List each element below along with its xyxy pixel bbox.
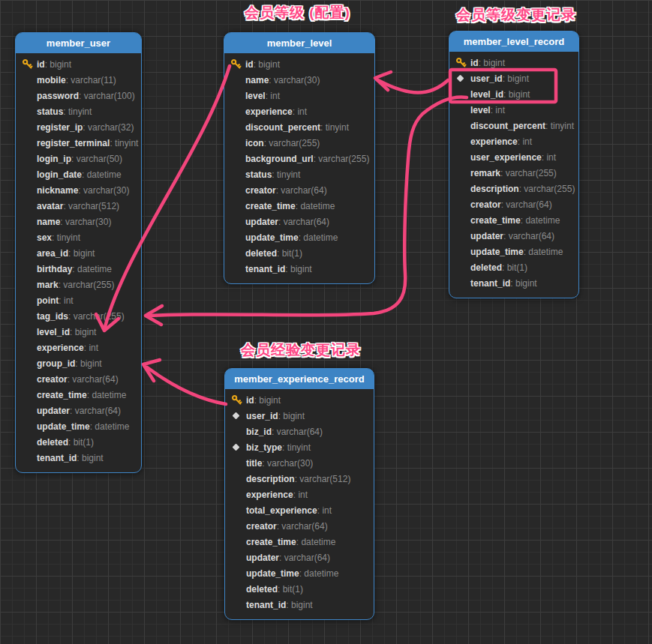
field-name: updater (470, 231, 503, 241)
field-name: area_id (37, 248, 68, 259)
field-type: : varchar(255) (314, 154, 370, 164)
field-type: : datetime (90, 421, 130, 432)
primary-key-icon (22, 58, 33, 70)
diagram-canvas[interactable]: 会员等级 (配置) 会员等级变更记录 会员经验变更记录 member_useri… (0, 0, 652, 644)
index-key-icon (233, 412, 240, 420)
field-name: create_time (245, 201, 296, 211)
field-type: : tinyint (52, 232, 80, 243)
table-title-member_level[interactable]: member_level (224, 33, 374, 53)
field-type: : datetime (82, 169, 122, 180)
primary-key-icon (230, 58, 242, 70)
field-name: create_time (470, 215, 521, 226)
table-title-member_user[interactable]: member_user (16, 33, 141, 53)
field-row-member_level-discount_percent: discount_percent: tinyint (230, 119, 371, 135)
table-card-member_experience_record[interactable]: member_experience_recordid: bigintuser_i… (224, 368, 374, 620)
table-body-member_level: id: bigintname: varchar(30)level: intexp… (224, 53, 374, 283)
table-body-member_level_record: id: bigintuser_id: bigintlevel_id: bigin… (449, 52, 578, 298)
field-type: : datetime (87, 390, 127, 400)
field-name: discount_percent (245, 122, 320, 133)
field-name: user_id (246, 411, 278, 421)
field-row-member_user-avatar: avatar: varchar(512) (22, 198, 138, 214)
field-type: : tinyint (63, 106, 92, 117)
field-name: sex (37, 232, 52, 243)
field-row-member_level_record-description: description: varchar(255) (455, 181, 575, 196)
field-row-member_user-deleted: deleted: bit(1) (22, 434, 138, 450)
field-type: : varchar(64) (277, 521, 328, 532)
index-key-icon (457, 75, 464, 82)
field-name: experience (246, 490, 293, 500)
field-row-member_user-register_terminal: register_terminal: tinyint (22, 135, 138, 151)
primary-key-icon (455, 57, 467, 68)
table-card-member_level_record[interactable]: member_level_recordid: bigintuser_id: bi… (449, 31, 579, 298)
table-title-member_level_record[interactable]: member_level_record (449, 31, 578, 52)
field-row-member_user-status: status: tinyint (22, 103, 138, 119)
field-name: mark (37, 280, 59, 290)
field-type: : datetime (299, 568, 339, 579)
field-name: create_time (37, 390, 87, 400)
field-type: : tinyint (545, 121, 574, 131)
field-name: point (37, 295, 59, 306)
field-row-member_experience_record-biz_type: biz_type: tinyint (231, 439, 371, 455)
arrowhead-level-record-to-member-user (146, 306, 162, 325)
field-type: : varchar(64) (501, 199, 552, 210)
field-row-member_level_record-updater: updater: varchar(64) (455, 228, 575, 244)
field-row-member_experience_record-updater: updater: varchar(64) (231, 550, 371, 565)
field-row-member_experience_record-deleted: deleted: bit(1) (231, 581, 371, 597)
field-row-member_experience_record-biz_id: biz_id: varchar(64) (231, 424, 371, 439)
field-name: register_ip (37, 122, 83, 133)
field-row-member_level-name: name: varchar(30) (230, 72, 371, 88)
field-name: level_id (37, 327, 70, 337)
field-type: : varchar(64) (70, 406, 121, 416)
field-row-member_experience_record-update_time: update_time: datetime (231, 565, 371, 581)
field-row-member_user-login_ip: login_ip: varchar(50) (22, 151, 138, 166)
field-type: : bigint (77, 453, 103, 463)
field-name: status (245, 169, 272, 180)
field-row-member_level_record-tenant_id: tenant_id: bigint (455, 275, 575, 291)
field-type: : varchar(255) (500, 168, 557, 178)
field-row-member_level-background_url: background_url: varchar(255) (230, 151, 371, 166)
field-name: avatar (37, 201, 63, 211)
annotation-member-level-title: 会员等级 (配置) (245, 3, 350, 22)
annotation-level-record-title: 会员等级变更记录 (456, 5, 576, 25)
field-name: experience (470, 136, 518, 147)
field-row-member_level_record-create_time: create_time: datetime (455, 212, 575, 228)
field-type: : varchar(30) (262, 458, 313, 469)
field-type: : datetime (296, 537, 336, 547)
field-row-member_level_record-level_id: level_id: bigint (455, 86, 575, 102)
field-type: : varchar(50) (71, 154, 122, 164)
table-title-member_experience_record[interactable]: member_experience_record (225, 369, 374, 389)
field-row-member_user-register_ip: register_ip: varchar(32) (22, 119, 138, 135)
field-type: : bigint (45, 59, 71, 70)
table-card-member_user[interactable]: member_userid: bigintmobile: varchar(11)… (15, 32, 142, 473)
field-name: background_url (245, 154, 314, 164)
field-type: : bigint (75, 358, 101, 369)
field-name: level (470, 105, 491, 115)
field-row-member_user-update_time: update_time: datetime (22, 418, 138, 434)
field-name: mobile (37, 75, 66, 85)
field-row-member_level-creator: creator: varchar(64) (230, 182, 371, 198)
field-name: update_time (246, 568, 299, 579)
field-name: experience (37, 343, 84, 353)
field-name: update_time (245, 232, 299, 243)
field-type: : bigint (503, 73, 529, 84)
field-type: : bigint (286, 600, 312, 610)
field-row-member_level_record-level: level: int (455, 102, 575, 118)
field-row-member_user-point: point: int (22, 292, 138, 308)
field-row-member_user-birthday: birthday: datetime (22, 261, 138, 277)
field-name: remark (470, 168, 500, 178)
field-type: : datetime (72, 264, 112, 274)
table-card-member_level[interactable]: member_levelid: bigintname: varchar(30)l… (224, 32, 375, 284)
field-row-member_user-id: id: bigint (22, 56, 138, 72)
field-name: name (37, 217, 60, 227)
field-type: : varchar(100) (79, 91, 135, 101)
annotation-experience-record-title: 会员经验变更记录 (241, 340, 361, 360)
field-name: total_experience (246, 505, 317, 516)
field-row-member_experience_record-title: title: varchar(30) (231, 455, 371, 471)
field-row-member_user-mobile: mobile: varchar(11) (22, 72, 138, 88)
field-row-member_level_record-deleted: deleted: bit(1) (455, 259, 575, 275)
field-row-member_level_record-user_experience: user_experience: int (455, 149, 575, 165)
field-type: : bit(1) (502, 262, 527, 273)
field-row-member_user-password: password: varchar(100) (22, 88, 138, 103)
field-row-member_level-status: status: tinyint (230, 166, 371, 182)
arrowhead-level-record-to-member-level (375, 72, 391, 90)
